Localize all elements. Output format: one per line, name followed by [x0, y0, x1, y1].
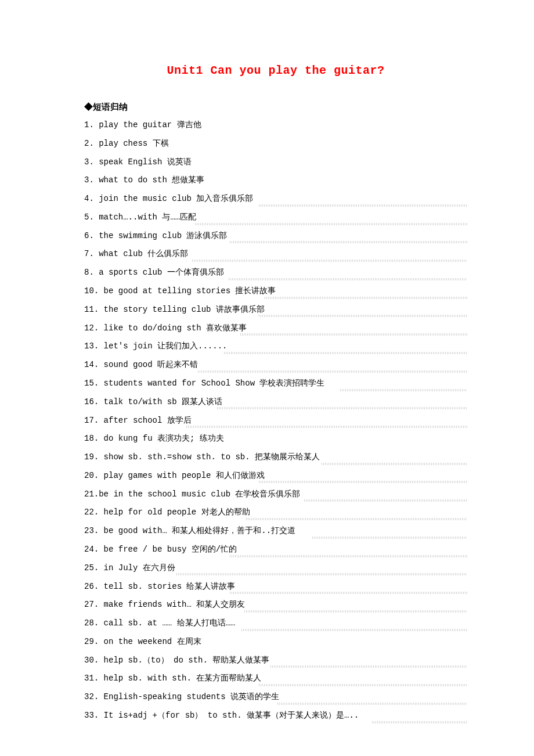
list-item: 32. English-speaking students 说英语的学生 [84, 692, 467, 703]
list-item: 3. speak English 说英语 [84, 157, 467, 168]
list-item: 31. help sb. with sth. 在某方面帮助某人 [84, 673, 467, 685]
phrase-text: 25. in July 在六月份 [84, 563, 175, 573]
list-item: 5. match…..with 与……匹配 [84, 212, 467, 224]
phrase-text: 26. tell sb. stories 给某人讲故事 [84, 582, 235, 591]
list-item: 3. what to do sth 想做某事 [84, 175, 467, 186]
phrase-text: 7. what club 什么俱乐部 [84, 249, 188, 258]
phrase-text: 18. do kung fu 表演功夫; 练功夫 [84, 434, 224, 443]
underline-wave [258, 684, 467, 686]
underline-wave [241, 629, 467, 631]
page: Unit1 Can you play the guitar? ◆短语归纳 1. … [0, 0, 534, 756]
underline-wave [229, 555, 467, 557]
phrase-text: 27. make friends with… 和某人交朋友 [84, 600, 245, 609]
phrase-text: 3. what to do sth 想做某事 [84, 175, 204, 185]
underline-wave [340, 389, 467, 391]
list-item: 2. play chess 下棋 [84, 138, 467, 150]
phrase-text: 10. be good at telling stories 擅长讲故事 [84, 286, 276, 296]
list-item: 30. help sb.（to） do sth. 帮助某人做某事 [84, 655, 467, 667]
list-item: 28. call sb. at …… 给某人打电话…… [84, 618, 467, 629]
list-item: 4. join the music club 加入音乐俱乐部 [84, 193, 467, 205]
list-item: 22. help for old people 对老人的帮助 [84, 507, 467, 519]
underline-wave [258, 204, 467, 207]
phrase-text: 6. the swimming club 游泳俱乐部 [84, 231, 227, 240]
list-item: 25. in July 在六月份 [84, 563, 467, 574]
list-item: 18. do kung fu 表演功夫; 练功夫 [84, 433, 467, 445]
phrase-text: 24. be free / be busy 空闲的/忙的 [84, 545, 237, 554]
underline-wave [371, 721, 467, 723]
underline-wave [321, 463, 467, 465]
list-item: 1. play the guitar 弹吉他 [84, 120, 467, 131]
phrase-text: 5. match…..with 与……匹配 [84, 213, 196, 222]
list-item: 10. be good at telling stories 擅长讲故事 [84, 286, 467, 297]
phrase-text: 19. show sb. sth.=show sth. to sb. 把某物展示… [84, 452, 320, 462]
underline-wave [240, 333, 467, 336]
list-item: 6. the swimming club 游泳俱乐部 [84, 231, 467, 242]
list-item: 23. be good with… 和某人相处得好，善于和..打交道 [84, 525, 467, 537]
phrase-text: 16. talk to/with sb 跟某人谈话 [84, 397, 222, 406]
list-item: 12. like to do/doing sth 喜欢做某事 [84, 323, 467, 334]
phrase-text: 14. sound good 听起来不错 [84, 360, 198, 369]
list-item: 26. tell sb. stories 给某人讲故事 [84, 581, 467, 593]
list-item: 21.be in the school music club 在学校音乐俱乐部 [84, 489, 467, 501]
underline-wave [244, 610, 467, 613]
phrase-text: 20. play games with people 和人们做游戏 [84, 471, 265, 480]
list-item: 7. what club 什么俱乐部 [84, 249, 467, 260]
list-item: 11. the story telling club 讲故事俱乐部 [84, 304, 467, 316]
list-item: 15. students wanted for School Show 学校表演… [84, 378, 467, 390]
underline-wave [194, 223, 467, 225]
list-item: 29. on the weekend 在周末 [84, 636, 467, 648]
list-item: 16. talk to/with sb 跟某人谈话 [84, 397, 467, 408]
phrase-text: 28. call sb. at …… 给某人打电话…… [84, 618, 235, 628]
list-item: 20. play games with people 和人们做游戏 [84, 470, 467, 482]
list-item: 14. sound good 听起来不错 [84, 359, 467, 371]
list-item: 8. a sports club 一个体育俱乐部 [84, 267, 467, 279]
phrase-text: 4. join the music club 加入音乐俱乐部 [84, 194, 253, 203]
underline-wave [264, 297, 467, 299]
phrase-text: 22. help for old people 对老人的帮助 [84, 507, 250, 517]
phrase-text: 30. help sb.（to） do sth. 帮助某人做某事 [84, 656, 269, 665]
phrase-text: 3. speak English 说英语 [84, 157, 192, 167]
underline-wave [217, 407, 467, 409]
underline-wave [312, 537, 467, 539]
phrase-text: 8. a sports club 一个体育俱乐部 [84, 268, 224, 277]
phrase-text: 31. help sb. with sth. 在某方面帮助某人 [84, 674, 261, 683]
phrase-text: 29. on the weekend 在周末 [84, 637, 201, 646]
phrase-text: 17. after school 放学后 [84, 416, 192, 425]
phrase-text: 13. let's join 让我们加入...... [84, 341, 227, 351]
underline-wave [229, 592, 467, 594]
unit-title: Unit1 Can you play the guitar? [84, 64, 467, 77]
underline-wave [176, 573, 467, 575]
phrase-text: 15. students wanted for School Show 学校表演… [84, 379, 324, 388]
underline-wave [186, 426, 467, 428]
phrase-text: 32. English-speaking students 说英语的学生 [84, 692, 279, 701]
list-item: 33. It is+adj +（for sb） to sth. 做某事（对于某人… [84, 710, 467, 722]
list-item: 27. make friends with… 和某人交朋友 [84, 599, 467, 611]
underline-wave [197, 370, 467, 373]
phrase-text: 21.be in the school music club 在学校音乐俱乐部 [84, 489, 300, 499]
underline-wave [223, 352, 467, 354]
phrase-text: 33. It is+adj +（for sb） to sth. 做某事（对于某人… [84, 711, 359, 720]
underline-wave [304, 499, 467, 502]
phrase-text: 12. like to do/doing sth 喜欢做某事 [84, 323, 247, 333]
phrase-text: 1. play the guitar 弹吉他 [84, 120, 201, 129]
phrase-text: 23. be good with… 和某人相处得好，善于和..打交道 [84, 526, 295, 535]
list-item: 17. after school 放学后 [84, 415, 467, 427]
underline-wave [228, 278, 467, 280]
underline-wave [229, 241, 467, 243]
phrase-text: 2. play chess 下棋 [84, 139, 169, 148]
list-item: 19. show sb. sth.=show sth. to sb. 把某物展示… [84, 452, 467, 463]
underline-wave [258, 481, 467, 483]
list-item: 24. be free / be busy 空闲的/忙的 [84, 544, 467, 556]
underline-wave [192, 260, 467, 262]
underline-wave [246, 518, 467, 520]
phrase-list: 1. play the guitar 弹吉他2. play chess 下棋3.… [84, 120, 467, 722]
underline-wave [270, 665, 467, 668]
underline-wave [258, 315, 467, 317]
section-header: ◆短语归纳 [84, 102, 467, 113]
list-item: 13. let's join 让我们加入...... [84, 341, 467, 352]
underline-wave [277, 703, 467, 705]
phrase-text: 11. the story telling club 讲故事俱乐部 [84, 305, 265, 314]
